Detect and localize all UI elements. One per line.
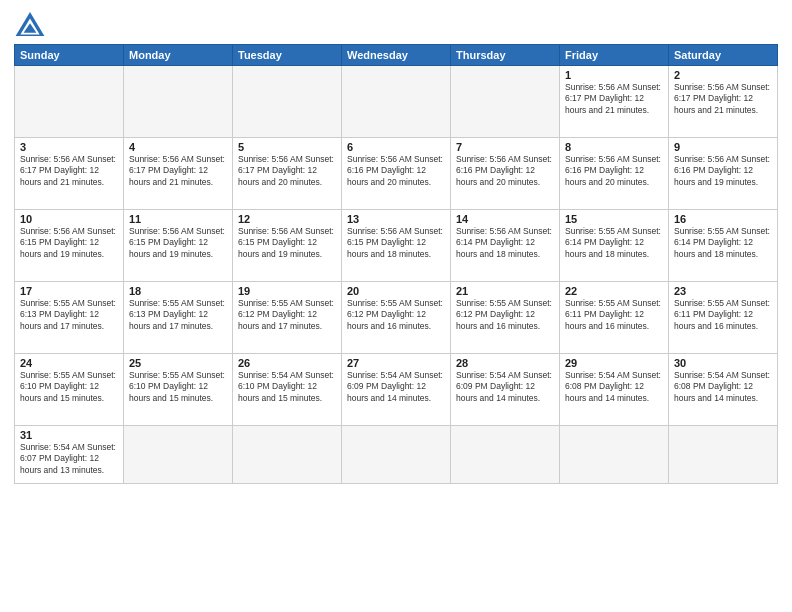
week-row-3: 10Sunrise: 5:56 AM Sunset: 6:15 PM Dayli…	[15, 210, 778, 282]
calendar-cell: 18Sunrise: 5:55 AM Sunset: 6:13 PM Dayli…	[124, 282, 233, 354]
calendar-cell: 16Sunrise: 5:55 AM Sunset: 6:14 PM Dayli…	[669, 210, 778, 282]
calendar-cell	[15, 66, 124, 138]
day-number: 19	[238, 285, 336, 297]
day-number: 4	[129, 141, 227, 153]
day-info: Sunrise: 5:55 AM Sunset: 6:12 PM Dayligh…	[456, 298, 554, 332]
calendar-cell: 22Sunrise: 5:55 AM Sunset: 6:11 PM Dayli…	[560, 282, 669, 354]
calendar-cell: 2Sunrise: 5:56 AM Sunset: 6:17 PM Daylig…	[669, 66, 778, 138]
day-number: 16	[674, 213, 772, 225]
day-number: 7	[456, 141, 554, 153]
weekday-header-friday: Friday	[560, 45, 669, 66]
calendar-cell: 9Sunrise: 5:56 AM Sunset: 6:16 PM Daylig…	[669, 138, 778, 210]
day-number: 15	[565, 213, 663, 225]
week-row-4: 17Sunrise: 5:55 AM Sunset: 6:13 PM Dayli…	[15, 282, 778, 354]
calendar-cell	[669, 426, 778, 484]
calendar-table: SundayMondayTuesdayWednesdayThursdayFrid…	[14, 44, 778, 484]
calendar-cell: 29Sunrise: 5:54 AM Sunset: 6:08 PM Dayli…	[560, 354, 669, 426]
calendar-cell	[342, 426, 451, 484]
day-info: Sunrise: 5:56 AM Sunset: 6:17 PM Dayligh…	[565, 82, 663, 116]
day-number: 6	[347, 141, 445, 153]
calendar-cell	[124, 66, 233, 138]
calendar-cell: 26Sunrise: 5:54 AM Sunset: 6:10 PM Dayli…	[233, 354, 342, 426]
logo-icon	[14, 10, 46, 38]
calendar-cell: 3Sunrise: 5:56 AM Sunset: 6:17 PM Daylig…	[15, 138, 124, 210]
day-info: Sunrise: 5:56 AM Sunset: 6:15 PM Dayligh…	[347, 226, 445, 260]
day-info: Sunrise: 5:54 AM Sunset: 6:08 PM Dayligh…	[674, 370, 772, 404]
weekday-header-wednesday: Wednesday	[342, 45, 451, 66]
calendar-cell: 25Sunrise: 5:55 AM Sunset: 6:10 PM Dayli…	[124, 354, 233, 426]
day-number: 20	[347, 285, 445, 297]
calendar-cell	[342, 66, 451, 138]
day-info: Sunrise: 5:56 AM Sunset: 6:15 PM Dayligh…	[238, 226, 336, 260]
day-number: 27	[347, 357, 445, 369]
page: SundayMondayTuesdayWednesdayThursdayFrid…	[0, 0, 792, 612]
calendar-cell: 23Sunrise: 5:55 AM Sunset: 6:11 PM Dayli…	[669, 282, 778, 354]
calendar-cell	[451, 66, 560, 138]
day-number: 17	[20, 285, 118, 297]
weekday-header-monday: Monday	[124, 45, 233, 66]
week-row-5: 24Sunrise: 5:55 AM Sunset: 6:10 PM Dayli…	[15, 354, 778, 426]
calendar-cell: 12Sunrise: 5:56 AM Sunset: 6:15 PM Dayli…	[233, 210, 342, 282]
day-number: 5	[238, 141, 336, 153]
day-number: 12	[238, 213, 336, 225]
day-info: Sunrise: 5:55 AM Sunset: 6:10 PM Dayligh…	[129, 370, 227, 404]
calendar-cell	[560, 426, 669, 484]
weekday-header-thursday: Thursday	[451, 45, 560, 66]
logo	[14, 10, 50, 38]
weekday-header-saturday: Saturday	[669, 45, 778, 66]
day-info: Sunrise: 5:55 AM Sunset: 6:14 PM Dayligh…	[565, 226, 663, 260]
day-number: 8	[565, 141, 663, 153]
day-info: Sunrise: 5:56 AM Sunset: 6:15 PM Dayligh…	[20, 226, 118, 260]
day-info: Sunrise: 5:56 AM Sunset: 6:17 PM Dayligh…	[674, 82, 772, 116]
day-number: 25	[129, 357, 227, 369]
day-info: Sunrise: 5:56 AM Sunset: 6:17 PM Dayligh…	[238, 154, 336, 188]
calendar-cell	[233, 426, 342, 484]
calendar-cell: 13Sunrise: 5:56 AM Sunset: 6:15 PM Dayli…	[342, 210, 451, 282]
weekday-header-sunday: Sunday	[15, 45, 124, 66]
calendar-cell: 21Sunrise: 5:55 AM Sunset: 6:12 PM Dayli…	[451, 282, 560, 354]
day-info: Sunrise: 5:56 AM Sunset: 6:16 PM Dayligh…	[565, 154, 663, 188]
header	[14, 10, 778, 38]
calendar-cell: 4Sunrise: 5:56 AM Sunset: 6:17 PM Daylig…	[124, 138, 233, 210]
day-number: 22	[565, 285, 663, 297]
calendar-cell: 28Sunrise: 5:54 AM Sunset: 6:09 PM Dayli…	[451, 354, 560, 426]
day-number: 11	[129, 213, 227, 225]
day-info: Sunrise: 5:54 AM Sunset: 6:09 PM Dayligh…	[456, 370, 554, 404]
day-number: 21	[456, 285, 554, 297]
calendar-cell: 31Sunrise: 5:54 AM Sunset: 6:07 PM Dayli…	[15, 426, 124, 484]
day-info: Sunrise: 5:54 AM Sunset: 6:10 PM Dayligh…	[238, 370, 336, 404]
calendar-cell: 8Sunrise: 5:56 AM Sunset: 6:16 PM Daylig…	[560, 138, 669, 210]
calendar-cell: 6Sunrise: 5:56 AM Sunset: 6:16 PM Daylig…	[342, 138, 451, 210]
day-number: 28	[456, 357, 554, 369]
day-info: Sunrise: 5:56 AM Sunset: 6:16 PM Dayligh…	[347, 154, 445, 188]
day-number: 3	[20, 141, 118, 153]
day-number: 29	[565, 357, 663, 369]
day-number: 18	[129, 285, 227, 297]
day-number: 31	[20, 429, 118, 441]
day-info: Sunrise: 5:56 AM Sunset: 6:16 PM Dayligh…	[456, 154, 554, 188]
week-row-1: 1Sunrise: 5:56 AM Sunset: 6:17 PM Daylig…	[15, 66, 778, 138]
weekday-header-tuesday: Tuesday	[233, 45, 342, 66]
day-number: 9	[674, 141, 772, 153]
day-number: 23	[674, 285, 772, 297]
week-row-6: 31Sunrise: 5:54 AM Sunset: 6:07 PM Dayli…	[15, 426, 778, 484]
day-info: Sunrise: 5:56 AM Sunset: 6:15 PM Dayligh…	[129, 226, 227, 260]
calendar-cell: 1Sunrise: 5:56 AM Sunset: 6:17 PM Daylig…	[560, 66, 669, 138]
day-number: 24	[20, 357, 118, 369]
day-info: Sunrise: 5:55 AM Sunset: 6:12 PM Dayligh…	[238, 298, 336, 332]
calendar-cell: 19Sunrise: 5:55 AM Sunset: 6:12 PM Dayli…	[233, 282, 342, 354]
day-info: Sunrise: 5:56 AM Sunset: 6:16 PM Dayligh…	[674, 154, 772, 188]
day-info: Sunrise: 5:54 AM Sunset: 6:09 PM Dayligh…	[347, 370, 445, 404]
calendar-cell: 17Sunrise: 5:55 AM Sunset: 6:13 PM Dayli…	[15, 282, 124, 354]
calendar-cell: 14Sunrise: 5:56 AM Sunset: 6:14 PM Dayli…	[451, 210, 560, 282]
day-number: 2	[674, 69, 772, 81]
calendar-cell: 11Sunrise: 5:56 AM Sunset: 6:15 PM Dayli…	[124, 210, 233, 282]
day-info: Sunrise: 5:56 AM Sunset: 6:14 PM Dayligh…	[456, 226, 554, 260]
day-info: Sunrise: 5:54 AM Sunset: 6:08 PM Dayligh…	[565, 370, 663, 404]
day-number: 13	[347, 213, 445, 225]
calendar-cell: 15Sunrise: 5:55 AM Sunset: 6:14 PM Dayli…	[560, 210, 669, 282]
day-info: Sunrise: 5:56 AM Sunset: 6:17 PM Dayligh…	[20, 154, 118, 188]
day-number: 26	[238, 357, 336, 369]
calendar-cell: 10Sunrise: 5:56 AM Sunset: 6:15 PM Dayli…	[15, 210, 124, 282]
day-info: Sunrise: 5:55 AM Sunset: 6:13 PM Dayligh…	[129, 298, 227, 332]
